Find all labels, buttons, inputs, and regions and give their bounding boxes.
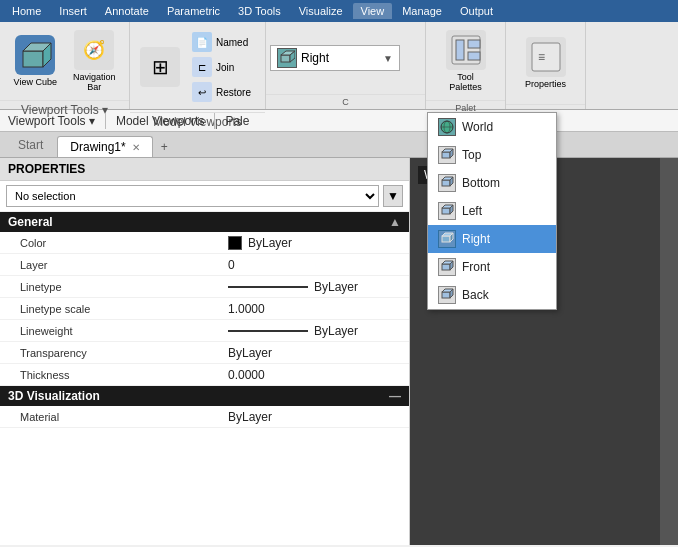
prop-label-color: Color <box>0 234 220 252</box>
tab-add-button[interactable]: + <box>153 135 176 157</box>
tab-insert[interactable]: Insert <box>51 3 95 19</box>
svg-rect-30 <box>442 292 450 298</box>
color-swatch-icon <box>228 236 242 250</box>
general-section-header: General ▲ <box>0 212 409 232</box>
view-cube-icon <box>15 35 55 75</box>
named-button[interactable]: 📄 Named <box>188 30 255 54</box>
prop-value-linetype[interactable]: ByLayer <box>220 277 409 297</box>
viewport-config-button[interactable]: ⊞ 📄 Named ⊏ Join ↩ Restore <box>134 26 261 108</box>
view-group-footer: C <box>266 94 425 109</box>
prop-label-material: Material <box>0 408 220 426</box>
ribbon-group-viewport: View Cube 🧭 NavigationBar Viewport Tools… <box>0 22 130 109</box>
ribbon-group-properties: ≡ Properties <box>506 22 586 109</box>
toolbar-divider-1 <box>105 113 106 129</box>
properties-button[interactable]: ≡ Properties <box>519 26 572 100</box>
prop-row-transparency: Transparency ByLayer <box>0 342 409 364</box>
prop-row-material: Material ByLayer <box>0 406 409 428</box>
prop-row-linetype: Linetype ByLayer <box>0 276 409 298</box>
view-dropdown-arrow-icon: ▼ <box>383 53 393 64</box>
svg-rect-18 <box>442 180 450 186</box>
navigation-bar-button[interactable]: 🧭 NavigationBar <box>67 26 122 96</box>
prop-label-lineweight: Lineweight <box>0 322 220 340</box>
prop-value-linetype-scale[interactable]: 1.0000 <box>220 299 409 319</box>
prop-value-thickness[interactable]: 0.0000 <box>220 365 409 385</box>
dropdown-item-back[interactable]: Back <box>428 281 556 309</box>
join-button[interactable]: ⊏ Join <box>188 55 255 79</box>
tab-manage[interactable]: Manage <box>394 3 450 19</box>
dropdown-item-left[interactable]: Left <box>428 197 556 225</box>
ribbon-group-palettes: ToolPalettes Palet <box>426 22 506 109</box>
tab-start[interactable]: Start <box>4 135 57 155</box>
selection-expand-button[interactable]: ▼ <box>383 185 403 207</box>
top-view-icon <box>438 146 456 164</box>
prop-row-thickness: Thickness 0.0000 <box>0 364 409 386</box>
svg-rect-0 <box>23 51 43 67</box>
tool-palettes-label: ToolPalettes <box>449 72 482 92</box>
ribbon-panel: View Cube 🧭 NavigationBar Viewport Tools… <box>0 22 678 110</box>
palettes-buttons: ToolPalettes <box>426 22 505 100</box>
prop-row-linetype-scale: Linetype scale 1.0000 <box>0 298 409 320</box>
selection-row: No selection ▼ <box>0 181 409 212</box>
view-dropdown-icon <box>277 48 297 68</box>
svg-rect-15 <box>442 152 450 158</box>
document-tabs-row: Start Drawing1* ✕ + <box>0 132 678 158</box>
svg-rect-27 <box>442 264 450 270</box>
svg-rect-24 <box>442 236 450 242</box>
prop-value-lineweight[interactable]: ByLayer <box>220 321 409 341</box>
ribbon-tab-list: Home Insert Annotate Parametric 3D Tools… <box>4 3 501 19</box>
right-view-icon <box>438 230 456 248</box>
dropdown-item-bottom[interactable]: Bottom <box>428 169 556 197</box>
prop-value-material[interactable]: ByLayer <box>220 407 409 427</box>
tab-annotate[interactable]: Annotate <box>97 3 157 19</box>
tab-parametric[interactable]: Parametric <box>159 3 228 19</box>
tab-home[interactable]: Home <box>4 3 49 19</box>
properties-buttons: ≡ Properties <box>506 22 585 104</box>
view-dropdown-area: Right ▼ <box>266 22 425 94</box>
ribbon-group-views: Right ▼ C <box>266 22 426 109</box>
selection-dropdown[interactable]: No selection <box>6 185 379 207</box>
view-dropdown-menu: World Top Bottom Left Ri <box>427 112 557 310</box>
dropdown-item-right[interactable]: Right <box>428 225 556 253</box>
left-view-icon <box>438 202 456 220</box>
general-collapse-icon[interactable]: ▲ <box>389 215 401 229</box>
named-icon: 📄 <box>192 32 212 52</box>
bottom-view-icon <box>438 174 456 192</box>
tool-palettes-button[interactable]: ToolPalettes <box>440 26 492 96</box>
prop-value-layer[interactable]: 0 <box>220 255 409 275</box>
restore-button[interactable]: ↩ Restore <box>188 80 255 104</box>
prop-label-linetype-scale: Linetype scale <box>0 300 220 318</box>
viewport-buttons: View Cube 🧭 NavigationBar <box>0 22 129 100</box>
viewport-tools-strip-label[interactable]: Viewport Tools ▾ <box>4 112 99 130</box>
palette-strip-label: Pale <box>221 112 253 130</box>
tab-output[interactable]: Output <box>452 3 501 19</box>
world-view-icon <box>438 118 456 136</box>
toolbar-divider-2 <box>214 113 215 129</box>
linetype-line-icon <box>228 286 308 288</box>
properties-panel: PROPERTIES No selection ▼ General ▲ Colo… <box>0 158 410 545</box>
tab-visualize[interactable]: Visualize <box>291 3 351 19</box>
tab-view[interactable]: View <box>353 3 393 19</box>
tab-close-icon[interactable]: ✕ <box>132 142 140 153</box>
tool-palettes-icon <box>446 30 486 70</box>
view-dropdown-trigger[interactable]: Right ▼ <box>270 45 400 71</box>
navigation-bar-label: NavigationBar <box>73 72 116 92</box>
restore-icon: ↩ <box>192 82 212 102</box>
tab-drawing1[interactable]: Drawing1* ✕ <box>57 136 152 157</box>
tab-3dtools[interactable]: 3D Tools <box>230 3 289 19</box>
prop-row-layer: Layer 0 <box>0 254 409 276</box>
join-icon: ⊏ <box>192 57 212 77</box>
view-cube-button[interactable]: View Cube <box>8 26 63 96</box>
dropdown-item-top[interactable]: Top <box>428 141 556 169</box>
viewport-config-icon: ⊞ <box>140 47 180 87</box>
prop-value-transparency[interactable]: ByLayer <box>220 343 409 363</box>
dropdown-item-world[interactable]: World <box>428 113 556 141</box>
viewport-small-btns: 📄 Named ⊏ Join ↩ Restore <box>188 30 255 104</box>
dropdown-item-front[interactable]: Front <box>428 253 556 281</box>
svg-rect-9 <box>468 52 480 60</box>
prop-row-lineweight: Lineweight ByLayer <box>0 320 409 342</box>
viz3d-collapse-icon[interactable]: — <box>389 389 401 403</box>
prop-label-layer: Layer <box>0 256 220 274</box>
svg-text:≡: ≡ <box>538 50 545 64</box>
prop-row-color: Color ByLayer <box>0 232 409 254</box>
prop-value-color[interactable]: ByLayer <box>220 233 409 253</box>
